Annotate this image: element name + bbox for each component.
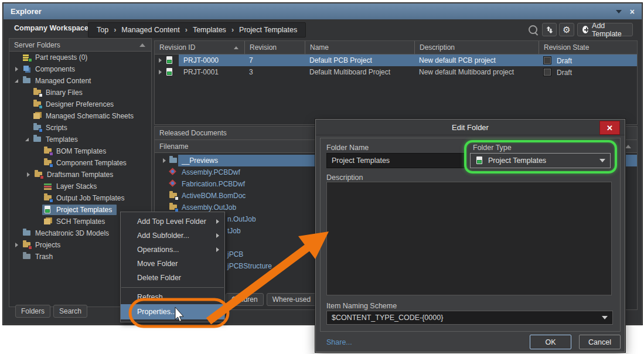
folder-icon (22, 229, 32, 237)
project-item-icon (166, 56, 172, 64)
bomdoc-file-icon (169, 192, 178, 200)
revisions-table-header: Revision ID Revision Name Description Re… (155, 41, 637, 55)
tree-item-binary-files[interactable]: Binary Files (9, 87, 151, 98)
item-naming-scheme-dropdown[interactable]: $CONTENT_TYPE_CODE-{0000} (326, 311, 613, 325)
expand-icon[interactable] (159, 70, 162, 74)
components-icon (22, 65, 32, 73)
dialog-title: Edit Folder (452, 123, 489, 132)
tree-item-layer-stacks[interactable]: Layer Stacks (9, 181, 151, 192)
state-checkbox[interactable] (543, 56, 551, 64)
folder-context-menu: Add Top Level Folder Add Subfolder... Op… (120, 212, 225, 322)
revisions-panel: Revision ID Revision Name Description Re… (154, 40, 638, 125)
outjob-file-icon (169, 203, 178, 212)
tab-folders[interactable]: Folders (15, 305, 50, 318)
menu-separator (121, 287, 224, 288)
breadcrumb-templates[interactable]: Templates (193, 26, 226, 34)
column-description[interactable]: Description (414, 41, 539, 54)
menu-item-refresh[interactable]: Refresh (121, 290, 224, 304)
breadcrumb-top[interactable]: Top (97, 26, 108, 34)
menu-item-properties[interactable]: Properties... (121, 304, 224, 319)
expand-icon[interactable] (163, 158, 166, 163)
part-requests-icon (22, 53, 32, 62)
expand-icon[interactable] (15, 243, 18, 247)
tab-children[interactable]: Children (226, 293, 264, 306)
project-item-icon (166, 68, 172, 76)
folder-name-label: Folder Name (326, 144, 369, 152)
state-checkbox[interactable] (543, 68, 551, 76)
menu-item-move-folder[interactable]: Move Folder (121, 257, 224, 271)
project-templates-icon (43, 206, 53, 214)
table-row[interactable]: PRJT-0001 3 Default Multiboard Project N… (155, 66, 637, 78)
description-label: Description (326, 173, 363, 182)
breadcrumb-separator-icon (185, 26, 188, 34)
edit-folder-dialog: Edit Folder ✕ Folder Name Project Templa… (315, 119, 625, 352)
description-textarea[interactable] (326, 182, 612, 295)
pcbdwf-file-icon (169, 180, 178, 188)
tree-item-draftsman-templates[interactable]: Draftsman Templates (9, 169, 151, 181)
item-naming-scheme-label: Item Naming Scheme (326, 302, 397, 310)
plus-icon (582, 26, 588, 33)
expand-icon[interactable] (15, 67, 18, 72)
projects-icon (22, 241, 32, 249)
tree-item-part-requests[interactable]: Part requests (0) (9, 52, 151, 63)
dialog-close-button[interactable]: ✕ (599, 121, 620, 135)
breadcrumb-project-templates[interactable]: Project Templates (239, 26, 297, 34)
scripts-folder-icon (33, 124, 42, 132)
add-template-button[interactable]: Add Template (577, 23, 633, 36)
column-revision[interactable]: Revision (244, 41, 305, 54)
tree-item-managed-schematic-sheets[interactable]: Managed Schematic Sheets (9, 110, 151, 122)
column-name[interactable]: Name (305, 41, 414, 54)
expand-icon[interactable] (159, 58, 162, 63)
window-title: Explorer (11, 7, 42, 16)
close-icon: ✕ (606, 124, 613, 132)
menu-item-add-top-level-folder[interactable]: Add Top Level Folder (121, 215, 224, 229)
tab-where-used[interactable]: Where-used (267, 293, 316, 306)
folder-icon (169, 156, 178, 165)
trash-folder-icon (22, 253, 32, 261)
tab-search[interactable]: Search (53, 305, 87, 318)
menu-item-delete-folder[interactable]: Delete Folder (121, 271, 224, 285)
bom-templates-icon (43, 147, 53, 155)
table-row[interactable]: PRJT-0000 7 Default PCB Project New defa… (155, 55, 637, 66)
tree-item-component-templates[interactable]: Component Templates (9, 157, 151, 169)
ok-button[interactable]: OK (530, 335, 571, 349)
tree-item-templates[interactable]: Templates (9, 134, 151, 145)
submenu-arrow-icon (216, 247, 219, 252)
collapse-tree-icon[interactable] (15, 79, 18, 83)
collapse-tree-icon[interactable] (25, 138, 29, 141)
chevron-down-icon (599, 159, 605, 162)
breadcrumb-managed-content[interactable]: Managed Content (121, 26, 179, 34)
sync-view-button[interactable] (542, 23, 557, 36)
dialog-titlebar: Edit Folder (316, 120, 625, 135)
tree-item-components[interactable]: Components (9, 63, 151, 75)
project-templates-icon (475, 156, 483, 165)
column-revision-state[interactable]: Revision State (539, 41, 637, 54)
server-folders-header[interactable]: Server Folders (9, 39, 151, 52)
menu-item-add-subfolder[interactable]: Add Subfolder... (121, 229, 224, 243)
output-job-icon (43, 194, 53, 202)
menu-item-operations[interactable]: Operations... (121, 243, 224, 257)
breadcrumb: Top Managed Content Templates Project Te… (88, 22, 306, 38)
folder-type-dropdown[interactable]: Project Templates (470, 153, 611, 168)
tree-item-output-job-templates[interactable]: Output Job Templates (9, 192, 151, 204)
breadcrumb-separator-icon (114, 26, 116, 34)
column-revision-id[interactable]: Revision ID (155, 41, 244, 54)
tree-item-designer-preferences[interactable]: Designer Preferences (9, 98, 151, 110)
cancel-button[interactable]: Cancel (579, 335, 621, 349)
workspace-selector[interactable]: Company Workspace (14, 24, 97, 32)
tree-item-managed-content[interactable]: Managed Content (9, 75, 151, 87)
panel-menu-icon[interactable] (616, 10, 622, 13)
toolbar: Company Workspace Top Managed Content Te… (4, 19, 642, 39)
tree-item-scripts[interactable]: Scripts (9, 122, 151, 134)
search-icon[interactable] (529, 25, 537, 34)
close-icon[interactable]: × (630, 8, 635, 16)
folder-name-input[interactable]: Project Templates (326, 153, 466, 168)
collapse-icon[interactable] (139, 43, 145, 47)
status-badge: Draft (557, 57, 572, 65)
breadcrumb-separator-icon (231, 26, 234, 34)
settings-button[interactable]: ⚙ (559, 23, 574, 36)
sch-templates-icon (43, 217, 53, 226)
tree-item-bom-templates[interactable]: BOM Templates (9, 145, 151, 157)
share-link[interactable]: Share... (326, 338, 352, 346)
expand-icon[interactable] (27, 172, 30, 177)
